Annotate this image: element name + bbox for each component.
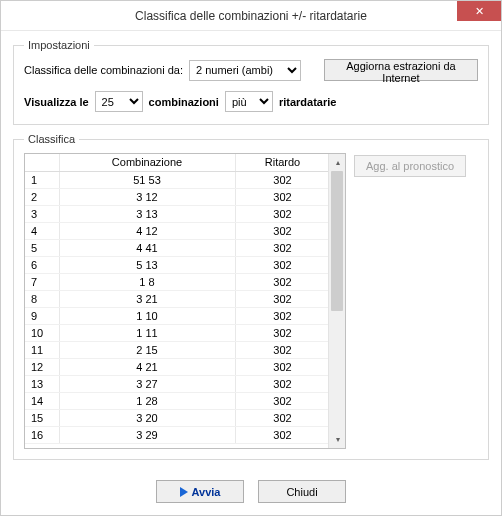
cell-combinazione: 1 8 — [59, 273, 235, 290]
cell-ritardo: 302 — [235, 171, 330, 188]
bottom-bar: Avvia Chiudi — [1, 480, 501, 503]
cell-index: 10 — [25, 324, 59, 341]
cell-ritardo: 302 — [235, 290, 330, 307]
cell-ritardo: 302 — [235, 409, 330, 426]
table-row[interactable]: 83 21302 — [25, 290, 330, 307]
cell-ritardo: 302 — [235, 239, 330, 256]
classifica-group: Classifica Combinazione Ritardo 151 5330… — [13, 133, 489, 460]
cell-index: 11 — [25, 341, 59, 358]
table-row[interactable]: 33 13302 — [25, 205, 330, 222]
results-table: Combinazione Ritardo 151 5330223 1230233… — [25, 154, 331, 444]
table-row[interactable]: 54 41302 — [25, 239, 330, 256]
close-button[interactable]: ✕ — [457, 1, 501, 21]
table-header-row: Combinazione Ritardo — [25, 154, 330, 171]
settings-row-1: Classifica delle combinazioni da: 2 nume… — [24, 59, 478, 81]
cell-ritardo: 302 — [235, 307, 330, 324]
cell-ritardo: 302 — [235, 273, 330, 290]
cell-combinazione: 2 15 — [59, 341, 235, 358]
cell-combinazione: 4 41 — [59, 239, 235, 256]
window-title: Classifica delle combinazioni +/- ritard… — [135, 9, 367, 23]
cell-index: 3 — [25, 205, 59, 222]
cell-index: 6 — [25, 256, 59, 273]
vertical-scrollbar[interactable]: ▴ ▾ — [328, 154, 345, 448]
table-row[interactable]: 23 12302 — [25, 188, 330, 205]
cell-index: 5 — [25, 239, 59, 256]
scroll-thumb[interactable] — [331, 171, 343, 311]
table-row[interactable]: 124 21302 — [25, 358, 330, 375]
table-row[interactable]: 65 13302 — [25, 256, 330, 273]
play-icon — [180, 487, 188, 497]
content-area: Impostazioni Classifica delle combinazio… — [1, 31, 501, 460]
cell-ritardo: 302 — [235, 188, 330, 205]
visualizza-label: Visualizza le — [24, 96, 89, 108]
table-row[interactable]: 71 8302 — [25, 273, 330, 290]
table-row[interactable]: 163 29302 — [25, 426, 330, 443]
cell-combinazione: 3 20 — [59, 409, 235, 426]
cell-combinazione: 5 13 — [59, 256, 235, 273]
cell-index: 16 — [25, 426, 59, 443]
header-index[interactable] — [25, 154, 59, 171]
close-icon: ✕ — [475, 5, 484, 18]
avvia-button[interactable]: Avvia — [156, 480, 244, 503]
cell-index: 13 — [25, 375, 59, 392]
cell-index: 1 — [25, 171, 59, 188]
scroll-up-icon[interactable]: ▴ — [329, 154, 346, 171]
ritardatarie-label: ritardatarie — [279, 96, 336, 108]
cell-ritardo: 302 — [235, 358, 330, 375]
table-row[interactable]: 141 28302 — [25, 392, 330, 409]
scroll-track[interactable] — [329, 171, 345, 431]
agg-pronostico-button: Agg. al pronostico — [354, 155, 466, 177]
cell-index: 15 — [25, 409, 59, 426]
cell-index: 14 — [25, 392, 59, 409]
cell-combinazione: 3 29 — [59, 426, 235, 443]
cell-ritardo: 302 — [235, 222, 330, 239]
cell-index: 2 — [25, 188, 59, 205]
cell-index: 12 — [25, 358, 59, 375]
cell-ritardo: 302 — [235, 324, 330, 341]
combinazioni-label: combinazioni — [149, 96, 219, 108]
cell-combinazione: 4 21 — [59, 358, 235, 375]
classifica-legend: Classifica — [24, 133, 79, 145]
results-table-container: Combinazione Ritardo 151 5330223 1230233… — [24, 153, 346, 449]
cell-combinazione: 3 12 — [59, 188, 235, 205]
settings-row-2: Visualizza le 25 combinazioni più ritard… — [24, 91, 478, 112]
cell-ritardo: 302 — [235, 426, 330, 443]
cell-ritardo: 302 — [235, 375, 330, 392]
cell-combinazione: 3 21 — [59, 290, 235, 307]
cell-combinazione: 1 10 — [59, 307, 235, 324]
settings-legend: Impostazioni — [24, 39, 94, 51]
settings-group: Impostazioni Classifica delle combinazio… — [13, 39, 489, 125]
table-row[interactable]: 112 15302 — [25, 341, 330, 358]
table-row[interactable]: 91 10302 — [25, 307, 330, 324]
cell-ritardo: 302 — [235, 341, 330, 358]
cell-combinazione: 3 27 — [59, 375, 235, 392]
cell-ritardo: 302 — [235, 256, 330, 273]
aggiorna-button[interactable]: Aggiorna estrazioni da Internet — [324, 59, 478, 81]
cell-combinazione: 1 11 — [59, 324, 235, 341]
cell-combinazione: 3 13 — [59, 205, 235, 222]
table-row[interactable]: 133 27302 — [25, 375, 330, 392]
table-row[interactable]: 153 20302 — [25, 409, 330, 426]
cell-index: 9 — [25, 307, 59, 324]
cell-combinazione: 1 28 — [59, 392, 235, 409]
cell-combinazione: 4 12 — [59, 222, 235, 239]
titlebar: Classifica delle combinazioni +/- ritard… — [1, 1, 501, 31]
table-row[interactable]: 101 11302 — [25, 324, 330, 341]
table-row[interactable]: 151 53302 — [25, 171, 330, 188]
cell-index: 8 — [25, 290, 59, 307]
scroll-down-icon[interactable]: ▾ — [329, 431, 346, 448]
header-combinazione[interactable]: Combinazione — [59, 154, 235, 171]
count-select[interactable]: 25 — [95, 91, 143, 112]
chiudi-button[interactable]: Chiudi — [258, 480, 346, 503]
cell-ritardo: 302 — [235, 205, 330, 222]
cell-index: 7 — [25, 273, 59, 290]
table-row[interactable]: 44 12302 — [25, 222, 330, 239]
header-ritardo[interactable]: Ritardo — [235, 154, 330, 171]
avvia-label: Avvia — [192, 486, 221, 498]
classifica-label: Classifica delle combinazioni da: — [24, 64, 183, 76]
cell-ritardo: 302 — [235, 392, 330, 409]
cell-index: 4 — [25, 222, 59, 239]
cell-combinazione: 51 53 — [59, 171, 235, 188]
classifica-select[interactable]: 2 numeri (ambi) — [189, 60, 301, 81]
mode-select[interactable]: più — [225, 91, 273, 112]
